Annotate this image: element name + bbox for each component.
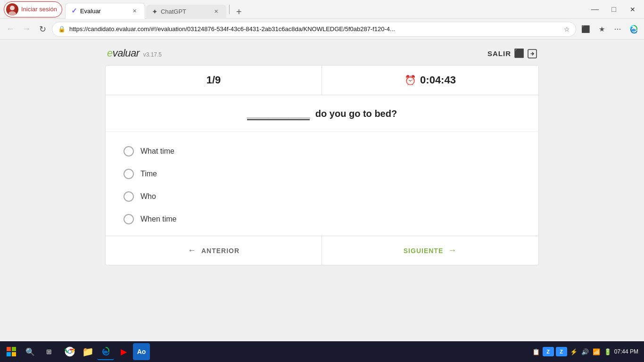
taskbar-app-blue1[interactable]: Ao xyxy=(133,343,150,360)
option-d-label: When time xyxy=(140,215,176,223)
tray-icons: 📋 Z Z ⚡ 🔊 📶 🔋 xyxy=(531,347,612,356)
favorites-button[interactable]: ★ xyxy=(595,23,608,36)
quiz-timer: ⏰ 0:04:43 xyxy=(322,66,538,95)
salir-button[interactable]: SALIR ⬛ xyxy=(487,48,537,58)
svg-rect-6 xyxy=(7,352,11,356)
tab-chatgpt[interactable]: ✦ ChatGPT ✕ xyxy=(146,5,226,19)
option-c[interactable]: Who xyxy=(120,186,524,207)
quiz-card: 1/9 ⏰ 0:04:43 ____________ do you go to … xyxy=(105,65,539,265)
evaluar-brand: evaluar xyxy=(107,47,140,59)
prev-button[interactable]: ← ANTERIOR xyxy=(106,236,322,265)
evaluar-header: evaluar v3.17.5 SALIR ⬛ xyxy=(105,47,539,65)
option-b-label: Time xyxy=(140,170,157,178)
tab-evaluar-icon: ✓ xyxy=(71,7,77,15)
url-text: https://candidato.evaluar.com/#!/evaluat… xyxy=(69,25,560,33)
more-options-button[interactable]: ··· xyxy=(611,23,624,36)
evaluar-logo: evaluar v3.17.5 xyxy=(107,47,162,59)
avatar xyxy=(6,3,18,16)
tray-icon-volume[interactable]: 🔊 xyxy=(580,347,590,356)
task-view-button[interactable]: ⊞ xyxy=(41,343,58,360)
close-button[interactable]: ✕ xyxy=(627,4,638,15)
taskbar-tray: 📋 Z Z ⚡ 🔊 📶 🔋 07:44 PM xyxy=(531,347,641,356)
tab-chatgpt-close[interactable]: ✕ xyxy=(212,8,221,16)
taskbar-app-youtube[interactable]: ▶ xyxy=(115,343,132,360)
timer-icon: ⏰ xyxy=(405,74,416,86)
option-a-label: What time xyxy=(140,147,174,156)
timer-value: 0:04:43 xyxy=(420,74,456,86)
tab-chatgpt-icon: ✦ xyxy=(152,8,158,16)
page-content: evaluar v3.17.5 SALIR ⬛ 1/9 xyxy=(0,40,644,362)
tray-icon-battery[interactable]: 🔋 xyxy=(603,347,612,356)
next-arrow-icon: → xyxy=(448,246,457,255)
option-b[interactable]: Time xyxy=(120,163,524,185)
taskbar-app-edge[interactable] xyxy=(97,343,114,360)
radio-d[interactable] xyxy=(124,214,134,224)
new-tab-button[interactable]: + xyxy=(232,6,246,19)
minimize-button[interactable]: — xyxy=(589,4,601,15)
tab-evaluar-close[interactable]: ✕ xyxy=(131,7,139,15)
window-controls: — □ ✕ xyxy=(589,4,640,15)
address-bar[interactable]: 🔒 https://candidato.evaluar.com/#!/evalu… xyxy=(52,22,576,37)
taskbar-clock[interactable]: 07:44 PM xyxy=(614,348,638,356)
profile-button[interactable]: Iniciar sesión xyxy=(4,1,62,17)
svg-point-0 xyxy=(10,6,15,10)
taskbar-time: 07:44 PM xyxy=(614,348,638,356)
svg-point-2 xyxy=(631,29,636,32)
forward-button[interactable]: → xyxy=(20,23,33,36)
radio-b[interactable] xyxy=(124,169,134,179)
salir-label: SALIR xyxy=(487,49,511,58)
refresh-button[interactable]: ↻ xyxy=(36,23,49,36)
radio-c[interactable] xyxy=(124,191,134,202)
option-c-label: Who xyxy=(140,192,156,201)
options-area: What time Time Who xyxy=(106,132,538,236)
question-area: ____________ do you go to bed? xyxy=(106,95,538,132)
tray-icon-network[interactable]: 📶 xyxy=(592,347,601,356)
option-a[interactable]: What time xyxy=(120,140,524,162)
taskbar-app-files[interactable]: 📁 xyxy=(79,343,96,360)
question-text: do you go to bed? xyxy=(315,108,397,119)
tab-evaluar-label: Evaluar xyxy=(80,8,101,15)
maximize-button[interactable]: □ xyxy=(608,4,619,15)
svg-point-9 xyxy=(68,350,71,353)
address-bar-row: ← → ↻ 🔒 https://candidato.evaluar.com/#!… xyxy=(0,19,644,40)
edge-logo xyxy=(627,23,640,36)
taskbar: 🔍 ⊞ 📁 xyxy=(0,341,644,362)
browser-window: Iniciar sesión ✓ Evaluar ✕ ✦ ChatGPT ✕ +… xyxy=(0,0,644,362)
tray-icon-zoom2[interactable]: Z xyxy=(556,347,567,356)
prev-label: ANTERIOR xyxy=(201,247,239,255)
quiz-navigation: ← ANTERIOR SIGUIENTE → xyxy=(106,236,538,265)
taskbar-apps: 📁 ▶ Ao xyxy=(61,343,150,360)
star-icon[interactable]: ☆ xyxy=(564,25,570,33)
version-text: v3.17.5 xyxy=(143,51,162,58)
quiz-progress: 1/9 xyxy=(106,66,322,95)
tray-icon-bluetooth[interactable]: ⚡ xyxy=(569,347,578,356)
question-blank: ____________ xyxy=(247,108,310,120)
tab-separator xyxy=(229,5,230,14)
tab-evaluar[interactable]: ✓ Evaluar ✕ xyxy=(65,3,145,19)
svg-point-10 xyxy=(103,351,108,354)
browser-actions: ⬛ ★ ··· xyxy=(579,23,640,36)
tab-chatgpt-label: ChatGPT xyxy=(161,8,186,15)
tabs-container: ✓ Evaluar ✕ ✦ ChatGPT ✕ + xyxy=(65,0,586,19)
back-button[interactable]: ← xyxy=(4,23,17,36)
salir-icon: ⬛ xyxy=(514,48,537,58)
svg-rect-4 xyxy=(7,347,11,351)
tray-icon-zoom[interactable]: Z xyxy=(543,347,554,356)
svg-rect-7 xyxy=(12,352,16,356)
tray-icon-clipboard[interactable]: 📋 xyxy=(531,347,541,356)
option-d[interactable]: When time xyxy=(120,208,524,230)
next-button[interactable]: SIGUIENTE → xyxy=(322,236,538,265)
lock-icon: 🔒 xyxy=(58,25,66,33)
prev-arrow-icon: ← xyxy=(188,246,197,255)
search-button[interactable]: 🔍 xyxy=(22,343,39,360)
browser-title-bar: Iniciar sesión ✓ Evaluar ✕ ✦ ChatGPT ✕ +… xyxy=(0,0,644,19)
extensions-button[interactable]: ⬛ xyxy=(579,23,592,36)
svg-rect-5 xyxy=(12,347,16,351)
start-button[interactable] xyxy=(3,343,20,360)
taskbar-app-chrome[interactable] xyxy=(61,343,78,360)
svg-point-1 xyxy=(8,11,16,16)
radio-a[interactable] xyxy=(124,146,134,156)
next-label: SIGUIENTE xyxy=(404,247,443,255)
profile-label: Iniciar sesión xyxy=(21,6,57,13)
quiz-header: 1/9 ⏰ 0:04:43 xyxy=(106,66,538,95)
